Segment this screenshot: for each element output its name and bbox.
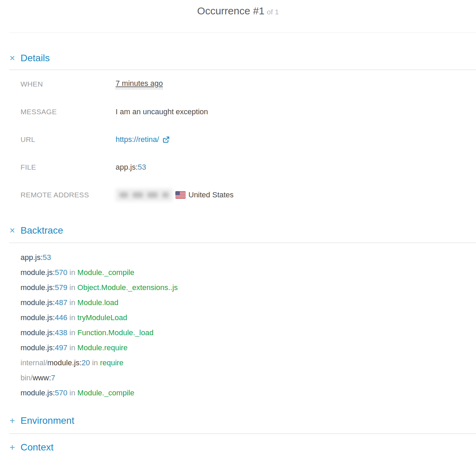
frame-line-number: 487 — [55, 298, 67, 307]
frame-function: Module._compile — [77, 389, 134, 397]
page-title: Occurrence #1of 1 — [0, 0, 476, 18]
backtrace-section-header[interactable]: × Backtrace — [0, 225, 476, 236]
frame-in-word: in — [67, 389, 77, 397]
country-name: United States — [188, 191, 234, 199]
frame-line-number: 570 — [55, 389, 67, 397]
frame-in-word: in — [67, 298, 77, 307]
frame-in-word: in — [67, 283, 77, 292]
frame-file: module.js — [21, 298, 53, 307]
backtrace-frame: module.js:579 in Object.Module._extensio… — [21, 280, 476, 295]
frame-file: module.js — [21, 389, 53, 397]
url-link[interactable]: https://retina/ — [116, 135, 170, 144]
detail-row-file: FILE app.js:53 — [0, 153, 476, 181]
backtrace-frame: module.js:487 in Module.load — [21, 295, 476, 310]
divider — [9, 32, 476, 33]
detail-label: MESSAGE — [21, 108, 116, 116]
context-section-label: Context — [21, 442, 54, 453]
expand-icon: + — [10, 442, 21, 453]
file-line-number: 53 — [138, 163, 146, 172]
details-body: WHEN 7 minutes ago MESSAGE I am an uncau… — [0, 70, 476, 209]
frame-function: require — [100, 358, 123, 367]
frame-in-word: in — [67, 313, 77, 322]
url-text: https://retina/ — [116, 135, 159, 144]
detail-row-message: MESSAGE I am an uncaught exception — [0, 98, 476, 126]
detail-row-when: WHEN 7 minutes ago — [0, 70, 476, 98]
frame-file: www — [32, 373, 49, 382]
detail-label: REMOTE ADDRESS — [21, 191, 116, 199]
frame-function: tryModuleLoad — [77, 313, 127, 322]
environment-section-header[interactable]: + Environment — [0, 415, 476, 427]
detail-label: FILE — [21, 163, 116, 171]
frame-line-number: 53 — [43, 253, 51, 262]
frame-file: module.js — [21, 313, 53, 322]
frame-line-number: 579 — [55, 283, 67, 292]
occurrence-count: of 1 — [267, 8, 279, 16]
details-section-label: Details — [21, 52, 50, 64]
frame-file: module.js — [21, 268, 53, 277]
divider — [9, 433, 476, 434]
environment-section-label: Environment — [21, 415, 74, 427]
message-value: I am an uncaught exception — [116, 107, 208, 116]
frame-function: Function.Module._load — [77, 328, 154, 337]
backtrace-frame: module.js:438 in Function.Module._load — [21, 325, 476, 340]
backtrace-frame: module.js:570 in Module._compile — [21, 385, 476, 401]
remote-ip-blurred — [116, 188, 173, 201]
backtrace-frame: module.js:446 in tryModuleLoad — [21, 310, 476, 325]
occurrence-page: Occurrence #1of 1 × Details WHEN 7 minut… — [0, 0, 476, 459]
frame-path-prefix: internal/ — [21, 358, 47, 367]
frame-line-number: 438 — [55, 328, 67, 337]
us-flag-icon — [175, 191, 186, 199]
backtrace-section-label: Backtrace — [21, 225, 63, 236]
external-link-icon — [162, 136, 170, 144]
frame-file: module.js — [21, 283, 53, 292]
detail-row-remote-address: REMOTE ADDRESS — [0, 181, 476, 209]
detail-label: URL — [21, 135, 116, 144]
frame-function: Object.Module._extensions..js — [77, 283, 178, 292]
detail-row-url: URL https://retina/ — [0, 126, 476, 153]
file-name: app.js — [116, 163, 136, 172]
backtrace-frame: module.js:497 in Module.require — [21, 340, 476, 355]
frame-in-word: in — [67, 268, 77, 277]
frame-line-number: 7 — [51, 373, 55, 382]
frame-file: module.js — [21, 343, 53, 352]
backtrace-frames: app.js:53module.js:570 in Module._compil… — [0, 243, 476, 401]
expand-icon: + — [10, 415, 21, 427]
frame-line-number: 20 — [82, 358, 90, 367]
occurrence-title: Occurrence #1 — [197, 5, 265, 16]
frame-path-prefix: bin/ — [21, 373, 32, 382]
collapse-icon: × — [10, 225, 21, 236]
frame-file: module.js — [21, 328, 53, 337]
frame-function: Module.load — [77, 298, 118, 307]
frame-function: Module.require — [77, 343, 128, 352]
frame-in-word: in — [67, 328, 77, 337]
frame-file: app.js — [21, 253, 41, 262]
backtrace-frame: internal/module.js:20 in require — [21, 355, 476, 370]
backtrace-frame: app.js:53 — [21, 250, 476, 265]
context-section-header[interactable]: + Context — [0, 442, 476, 453]
frame-line-number: 570 — [55, 268, 67, 277]
collapse-icon: × — [10, 52, 21, 64]
frame-line-number: 497 — [55, 343, 67, 352]
frame-in-word: in — [67, 343, 77, 352]
frame-file: module.js — [47, 358, 79, 367]
backtrace-frame: bin/www:7 — [21, 370, 476, 385]
frame-in-word: in — [90, 358, 100, 367]
frame-function: Module._compile — [77, 268, 134, 277]
when-value[interactable]: 7 minutes ago — [116, 79, 163, 89]
frame-line-number: 446 — [55, 313, 67, 322]
detail-label: WHEN — [21, 80, 116, 88]
details-section-header[interactable]: × Details — [0, 52, 476, 64]
backtrace-frame: module.js:570 in Module._compile — [21, 265, 476, 280]
